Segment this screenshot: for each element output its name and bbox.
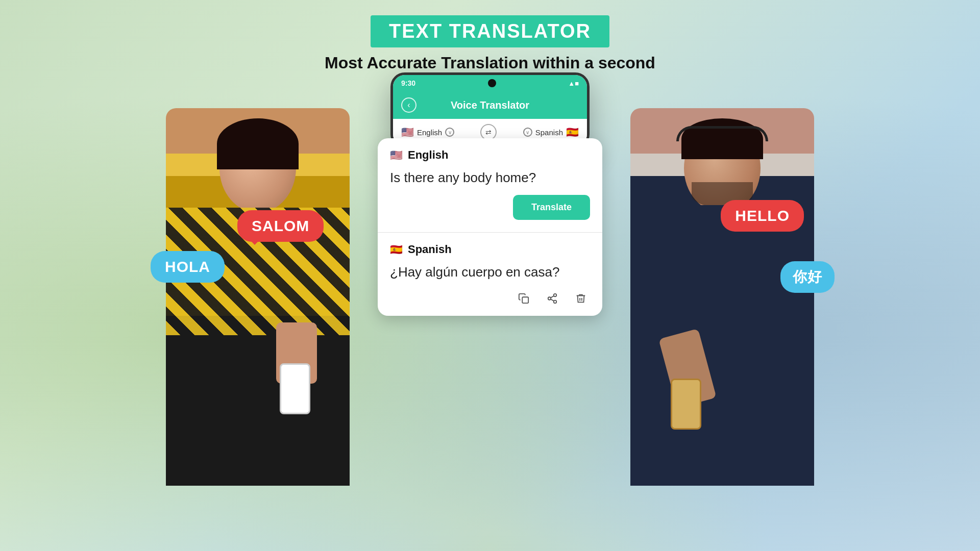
target-section-flag: 🇪🇸 [390,243,403,256]
app-title: TEXT TRANSLATOR [389,20,591,42]
svg-line-5 [551,296,554,298]
person-right-figure [630,108,814,486]
share-button[interactable] [543,289,561,308]
app-topbar: ‹ Voice Translator [393,91,587,119]
source-flag: 🇺🇸 [401,126,414,138]
camera-icon [488,79,496,87]
target-language-selector[interactable]: ∨ Spanish 🇪🇸 [523,126,579,138]
target-lang-header: 🇪🇸 Spanish [390,243,590,256]
source-chevron-icon[interactable]: ∨ [445,128,454,137]
app-name: Voice Translator [425,99,555,111]
target-flag: 🇪🇸 [566,126,579,138]
back-button[interactable]: ‹ [401,97,416,113]
subtitle: Most Accurate Translation within a secon… [325,54,655,72]
svg-rect-0 [522,297,528,303]
header: TEXT TRANSLATOR Most Accurate Translatio… [325,15,655,72]
source-section: 🇺🇸 English Is there any body home? Trans… [378,138,602,233]
delete-button[interactable] [572,289,590,308]
svg-line-4 [551,299,554,302]
phone-area: 9:30 ▲■ ‹ Voice Translator 🇺🇸 English [380,72,600,316]
phone-time: 9:30 [401,79,415,87]
bubble-hello: HELLO [721,200,804,232]
main-content: HOLA SALOM 9:30 ▲■ ‹ [0,78,980,551]
svg-point-1 [554,294,557,297]
target-section: 🇪🇸 Spanish ¿Hay algún cuerpo en casa? [378,233,602,316]
phone-mockup: 9:30 ▲■ ‹ Voice Translator 🇺🇸 English [390,72,590,148]
status-bar: 9:30 ▲■ [393,75,587,91]
app-title-badge: TEXT TRANSLATOR [371,15,609,47]
person-left-area: HOLA SALOM [135,88,380,486]
source-text[interactable]: Is there any body home? [390,169,590,187]
bubble-salom: SALOM [237,210,324,242]
source-lang-header: 🇺🇸 English [390,148,590,162]
source-language-selector[interactable]: 🇺🇸 English ∨ [401,126,454,138]
bubble-chinese: 你好 [780,261,835,293]
card-actions [390,289,590,308]
svg-point-3 [554,300,557,304]
signal-icon: ▲■ [568,80,579,87]
target-section-label: Spanish [408,243,452,256]
source-language-label: English [417,128,442,137]
source-section-flag: 🇺🇸 [390,149,403,161]
source-section-label: English [408,148,448,162]
target-chevron-icon[interactable]: ∨ [523,128,532,137]
translation-card: 🇺🇸 English Is there any body home? Trans… [378,138,602,316]
svg-point-2 [548,297,551,300]
person-left-figure [166,108,350,486]
translate-button[interactable]: Translate [513,195,590,220]
copy-button[interactable] [514,289,533,308]
person-right-area: HELLO 你好 [600,88,845,486]
target-language-label: Spanish [535,128,563,137]
target-text: ¿Hay algún cuerpo en casa? [390,263,590,281]
bubble-hola: HOLA [151,251,225,283]
